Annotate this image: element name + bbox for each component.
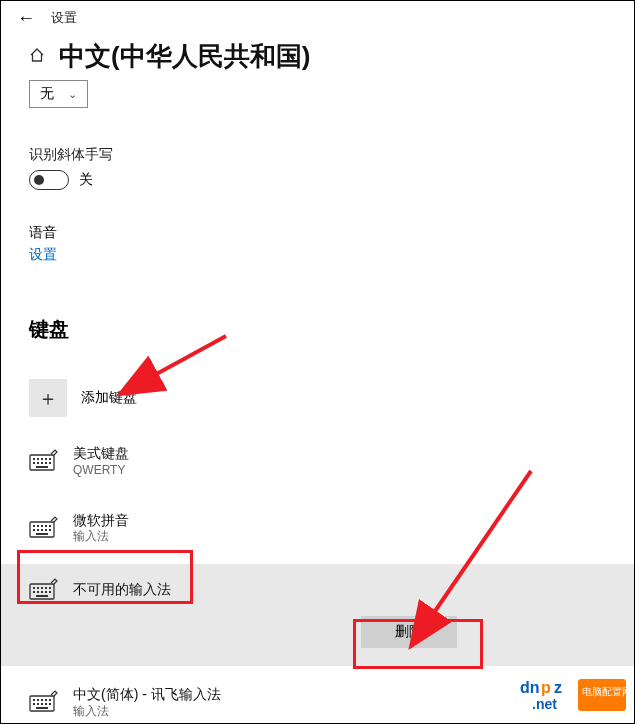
svg-rect-32 <box>41 591 43 593</box>
svg-rect-20 <box>41 529 43 531</box>
svg-rect-27 <box>41 587 43 589</box>
svg-rect-18 <box>33 529 35 531</box>
keyboard-item-title: 不可用的输入法 <box>73 581 171 599</box>
svg-rect-9 <box>45 462 47 464</box>
keyboard-item-title: 美式键盘 <box>73 445 129 463</box>
keyboard-item-sub: 输入法 <box>73 529 129 544</box>
svg-rect-35 <box>36 595 48 597</box>
svg-rect-34 <box>49 591 51 593</box>
keyboard-icon <box>29 449 59 473</box>
svg-rect-38 <box>37 699 39 701</box>
svg-rect-16 <box>45 525 47 527</box>
dropdown-value: 无 <box>40 85 54 103</box>
svg-rect-13 <box>33 525 35 527</box>
keyboard-item-pinyin[interactable]: 微软拼音 输入法 <box>29 506 634 551</box>
svg-rect-19 <box>37 529 39 531</box>
svg-rect-26 <box>37 587 39 589</box>
svg-rect-2 <box>37 458 39 460</box>
svg-rect-1 <box>33 458 35 460</box>
keyboard-item-sub: 输入法 <box>73 704 221 719</box>
window-header: ← 设置 <box>1 1 634 31</box>
svg-rect-28 <box>45 587 47 589</box>
default-ime-dropdown[interactable]: 无 ⌄ <box>29 80 88 108</box>
svg-rect-6 <box>33 462 35 464</box>
svg-rect-29 <box>49 587 51 589</box>
keyboard-item-title: 微软拼音 <box>73 512 129 530</box>
svg-text:电脑配置网: 电脑配置网 <box>582 686 628 697</box>
svg-rect-8 <box>41 462 43 464</box>
svg-rect-25 <box>33 587 35 589</box>
svg-rect-40 <box>45 699 47 701</box>
svg-text:dn: dn <box>520 679 540 696</box>
slanted-handwriting-section: 识别斜体手写 关 <box>1 146 634 190</box>
keyboard-item-unavailable-panel: 不可用的输入法 删除 <box>1 564 634 666</box>
delete-button[interactable]: 删除 <box>361 616 457 648</box>
svg-rect-11 <box>36 466 48 468</box>
svg-rect-22 <box>49 529 51 531</box>
add-keyboard-button[interactable]: ＋ 添加键盘 <box>29 379 634 417</box>
svg-rect-41 <box>49 699 51 701</box>
svg-rect-15 <box>41 525 43 527</box>
header-title: 设置 <box>51 9 77 27</box>
home-icon[interactable] <box>29 47 45 67</box>
page-title: 中文(中华人民共和国) <box>59 39 310 74</box>
title-row: 中文(中华人民共和国) <box>1 31 634 74</box>
svg-rect-4 <box>45 458 47 460</box>
toggle-state-label: 关 <box>79 171 93 189</box>
svg-text:z: z <box>554 679 562 696</box>
svg-rect-46 <box>49 703 51 705</box>
slanted-toggle[interactable] <box>29 170 69 190</box>
keyboard-icon <box>29 690 59 714</box>
svg-rect-31 <box>37 591 39 593</box>
svg-rect-17 <box>49 525 51 527</box>
keyboard-icon <box>29 516 59 540</box>
voice-settings-link[interactable]: 设置 <box>1 246 634 264</box>
keyboard-item-title: 中文(简体) - 讯飞输入法 <box>73 686 221 704</box>
svg-rect-7 <box>37 462 39 464</box>
chevron-down-icon: ⌄ <box>68 88 77 101</box>
plus-icon: ＋ <box>29 379 67 417</box>
svg-text:p: p <box>541 679 551 696</box>
svg-rect-33 <box>45 591 47 593</box>
svg-rect-47 <box>36 707 48 709</box>
svg-rect-3 <box>41 458 43 460</box>
keyboard-icon <box>29 578 59 602</box>
svg-rect-30 <box>33 591 35 593</box>
svg-rect-21 <box>45 529 47 531</box>
back-icon[interactable]: ← <box>17 9 35 27</box>
voice-heading: 语音 <box>1 224 634 242</box>
svg-rect-45 <box>45 703 47 705</box>
svg-rect-42 <box>33 703 35 705</box>
keyboard-heading: 键盘 <box>1 316 634 343</box>
svg-rect-14 <box>37 525 39 527</box>
keyboard-item-sub: QWERTY <box>73 463 129 478</box>
slanted-label: 识别斜体手写 <box>29 146 634 164</box>
svg-rect-10 <box>49 462 51 464</box>
svg-rect-5 <box>49 458 51 460</box>
keyboard-item-us[interactable]: 美式键盘 QWERTY <box>29 439 634 484</box>
svg-rect-44 <box>41 703 43 705</box>
svg-rect-37 <box>33 699 35 701</box>
watermark-logo: dn p z 电脑配置网 .net <box>518 677 628 717</box>
svg-rect-39 <box>41 699 43 701</box>
svg-rect-43 <box>37 703 39 705</box>
keyboard-item-unavailable[interactable]: 不可用的输入法 <box>1 564 634 616</box>
svg-rect-23 <box>36 533 48 535</box>
add-keyboard-label: 添加键盘 <box>81 389 137 407</box>
toggle-knob <box>34 175 44 185</box>
svg-text:.net: .net <box>532 696 557 712</box>
